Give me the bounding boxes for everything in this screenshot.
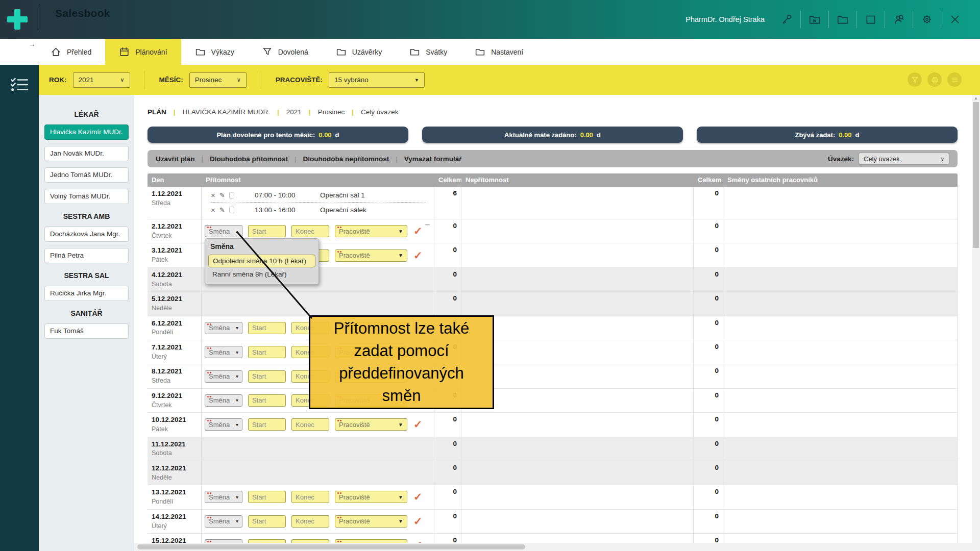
sidebar-item-jednotomasmudr[interactable]: Jedno Tomáš MUDr. xyxy=(44,167,129,183)
menu-button[interactable] xyxy=(947,72,962,87)
tab-uzaverky[interactable]: Uzávěrky xyxy=(322,39,396,65)
start-placeholder: Start xyxy=(252,228,282,235)
presence-cell: Směna▾StartKonecPracoviště▼✓ xyxy=(202,485,434,509)
presence-total-cell: 0 xyxy=(434,219,461,243)
sidebar-item-rucickajirkamgr[interactable]: Ručička Jirka Mgr. xyxy=(44,286,129,301)
start-input[interactable]: Start xyxy=(248,491,286,503)
start-input[interactable]: Start xyxy=(248,322,286,334)
end-input[interactable]: Konec xyxy=(291,491,329,503)
toolbar-action-vymazatformular[interactable]: Vymazat formulář xyxy=(404,155,462,163)
svg-text:N: N xyxy=(813,18,816,23)
sidebar-item-jannovakmudr[interactable]: Jan Novák MUDr. xyxy=(44,146,129,161)
sidebar-item-dochazkovajanamgr[interactable]: Docházková Jana Mgr. xyxy=(44,227,129,242)
tab-vykazy[interactable]: Výkazy xyxy=(181,39,248,65)
app-header: Salesbook PharmDr. Ondřej Straka N xyxy=(0,0,980,39)
workplace-select[interactable]: Pracoviště▼ xyxy=(335,418,407,431)
breadcrumb: PLÁN|HLAVIČKA KAZIMÍR MUDR.|2021|Prosine… xyxy=(148,108,399,116)
workplace-select[interactable]: Pracoviště▼ xyxy=(335,225,407,237)
close-icon[interactable] xyxy=(947,12,963,27)
toolbar-action-uzavritplan[interactable]: Uzavřít plán xyxy=(156,155,195,163)
breadcrumb-item[interactable]: Prosinec xyxy=(318,108,345,116)
settings-icon[interactable] xyxy=(919,12,935,27)
workplace-select[interactable]: Pracoviště▼ xyxy=(335,515,407,528)
delete-entry-icon[interactable]: × xyxy=(211,191,215,199)
checklist-icon[interactable] xyxy=(10,77,29,94)
row-date: 8.12.2021 xyxy=(152,367,197,377)
start-input[interactable]: Start xyxy=(248,225,286,237)
folder-new-icon[interactable]: N xyxy=(807,12,822,27)
confirm-check-icon[interactable]: ✓ xyxy=(413,515,423,528)
start-input[interactable]: Start xyxy=(248,515,286,528)
confirm-check-icon[interactable]: ✓ xyxy=(413,249,423,262)
required-mark xyxy=(207,372,209,373)
shift-select[interactable]: Směna▾ xyxy=(205,346,242,358)
shift-select[interactable]: Směna▾ xyxy=(205,491,242,503)
key-icon[interactable] xyxy=(779,12,794,27)
start-input[interactable]: Start xyxy=(248,394,286,407)
user-search-icon[interactable] xyxy=(891,12,906,27)
start-input[interactable]: Start xyxy=(248,370,286,383)
sidebar-section-title: SESTRA SAL xyxy=(39,271,134,280)
tab-dovolena[interactable]: Dovolená xyxy=(248,39,322,65)
sidebar-item-hlavickakazimirmudr[interactable]: Hlavička Kazimír MUDr. xyxy=(44,124,129,140)
tab-planovani[interactable]: Plánování xyxy=(105,39,181,65)
month-select[interactable]: Prosinec ∨ xyxy=(189,72,247,88)
copy-entry-icon[interactable] xyxy=(229,207,234,213)
presence-cell xyxy=(202,461,434,485)
dropdown-option-morning[interactable]: Ranní směna 8h (Lékař) xyxy=(208,268,315,280)
vertical-scrollbar[interactable]: ▲ xyxy=(972,95,980,551)
breadcrumb-item[interactable]: HLAVIČKA KAZIMÍR MUDR. xyxy=(183,108,271,116)
end-input[interactable]: Konec xyxy=(291,225,329,237)
tab-prehled[interactable]: Přehled xyxy=(37,39,105,65)
horizontal-scrollbar[interactable] xyxy=(134,543,972,551)
start-input[interactable]: Start xyxy=(248,346,286,358)
shift-select[interactable]: Směna▾ xyxy=(205,394,242,407)
shift-select[interactable]: Směna▾ xyxy=(205,515,242,528)
horizontal-scroll-thumb[interactable] xyxy=(137,544,525,549)
filter-button[interactable] xyxy=(908,72,922,87)
tab-svatky[interactable]: Svátky xyxy=(396,39,461,65)
toolbar-actions: Uzavřít plán|Dlouhodobá přítomnost|Dlouh… xyxy=(156,155,462,163)
print-button[interactable] xyxy=(927,72,942,87)
end-input[interactable]: Konec xyxy=(291,418,329,431)
toolbar-action-dlouhodobapritomnost[interactable]: Dlouhodobá přítomnost xyxy=(210,155,288,163)
absence-total-cell: 0 xyxy=(694,243,723,267)
folder-icon xyxy=(195,46,206,57)
folder-icon[interactable] xyxy=(835,12,850,27)
col-pritomnost: Přítomnost xyxy=(202,173,434,187)
end-input[interactable]: Konec xyxy=(291,515,329,528)
breadcrumb-item[interactable]: PLÁN xyxy=(148,108,166,116)
dropdown-option-afternoon[interactable]: Odpolední směna 10 h (Lékař) xyxy=(208,255,315,267)
confirm-check-icon[interactable]: ✓ xyxy=(413,491,423,503)
copy-entry-icon[interactable] xyxy=(229,192,234,198)
vertical-scroll-thumb[interactable] xyxy=(973,102,979,248)
scroll-up-icon[interactable]: ▲ xyxy=(972,96,980,101)
uvazek-select[interactable]: Celý úvazek ∨ xyxy=(859,153,949,165)
edit-entry-icon[interactable]: ✎ xyxy=(219,192,225,198)
year-select[interactable]: 2021 ∨ xyxy=(73,72,130,88)
collapse-row-icon[interactable]: – xyxy=(425,220,430,229)
confirm-check-icon[interactable]: ✓ xyxy=(413,418,423,431)
sidebar-item-fuktomas[interactable]: Fuk Tomáš xyxy=(44,323,129,339)
window-icon[interactable] xyxy=(863,12,878,27)
delete-entry-icon[interactable]: × xyxy=(211,206,215,214)
breadcrumb-item[interactable]: 2021 xyxy=(286,108,302,116)
sidebar-item-volnytomasmudr[interactable]: Volný Tomáš MUDr. xyxy=(44,189,129,204)
start-input[interactable]: Start xyxy=(248,418,286,431)
breadcrumb-item[interactable]: Celý úvazek xyxy=(361,108,399,116)
shift-select[interactable]: Směna▾ xyxy=(205,370,242,383)
toolbar-action-dlouhodobanepritomnost[interactable]: Dlouhodobá nepřítomnost xyxy=(303,155,389,163)
back-arrow-icon[interactable]: → xyxy=(29,40,36,48)
shift-select[interactable]: Směna▾ xyxy=(205,418,242,431)
row-date: 13.12.2021 xyxy=(152,488,197,497)
workplace-select[interactable]: Pracoviště▼ xyxy=(335,249,407,262)
sidebar-item-pilnapetra[interactable]: Pilná Petra xyxy=(44,248,129,263)
workplace-select[interactable]: Pracoviště▼ xyxy=(335,491,407,503)
confirm-check-icon[interactable]: ✓ xyxy=(413,225,423,237)
row-date: 2.12.2021 xyxy=(152,222,197,232)
shift-select[interactable]: Směna▴ xyxy=(205,225,242,237)
workplace-select[interactable]: 15 vybráno ▼ xyxy=(329,72,425,88)
shift-select[interactable]: Směna▾ xyxy=(205,322,242,334)
edit-entry-icon[interactable]: ✎ xyxy=(219,207,225,213)
tab-nastaveni[interactable]: Nastavení xyxy=(461,39,537,65)
